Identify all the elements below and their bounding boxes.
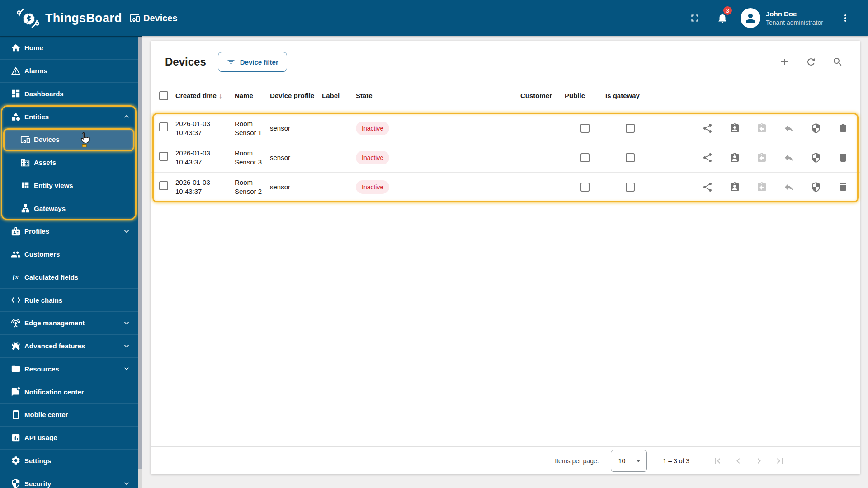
search-button[interactable] <box>829 53 847 71</box>
header-menu-button[interactable] <box>836 9 854 27</box>
unassign-customer-button[interactable] <box>756 152 767 163</box>
column-header-is-gateway[interactable]: Is gateway <box>605 92 655 99</box>
table-row[interactable]: 2026-01-03 10:43:37 Room Sensor 2 sensor… <box>151 173 860 202</box>
sidebar-item-notification-center[interactable]: Notification center <box>0 380 138 404</box>
cell-device-profile: sensor <box>270 153 322 162</box>
customers-icon <box>11 249 21 259</box>
fullscreen-button[interactable] <box>686 9 704 27</box>
sidebar-item-resources[interactable]: Resources <box>0 358 138 381</box>
row-checkbox[interactable] <box>159 122 168 131</box>
make-private-icon <box>783 152 794 163</box>
column-header-device-profile[interactable]: Device profile <box>270 92 322 99</box>
public-checkbox[interactable] <box>580 153 590 162</box>
delete-button[interactable] <box>838 182 849 192</box>
api-usage-icon <box>11 433 21 443</box>
page-size-value: 10 <box>618 457 626 465</box>
select-all-checkbox[interactable] <box>159 91 168 100</box>
row-checkbox[interactable] <box>159 181 168 190</box>
device-filter-button[interactable]: Device filter <box>218 52 287 72</box>
state-badge: Inactive <box>356 151 389 165</box>
user-avatar[interactable] <box>741 8 760 28</box>
page-size-select[interactable]: 10 <box>611 450 647 472</box>
make-private-button[interactable] <box>783 182 794 192</box>
first-page-button[interactable] <box>708 452 726 470</box>
assign-customer-button[interactable] <box>729 152 740 163</box>
sidebar-item-alarms[interactable]: Alarms <box>0 60 138 83</box>
table-row[interactable]: 2026-01-03 10:43:37 Room Sensor 3 sensor… <box>151 143 860 173</box>
add-icon <box>779 56 790 67</box>
sidebar-item-entities[interactable]: Entities <box>0 105 138 128</box>
gateway-checkbox[interactable] <box>626 153 635 162</box>
sidebar-item-edge-management[interactable]: Edge management <box>0 312 138 335</box>
sidebar-item-profiles[interactable]: Profiles <box>0 220 138 243</box>
share-button[interactable] <box>702 182 713 192</box>
delete-icon <box>838 123 849 134</box>
sidebar-item-advanced-features[interactable]: Advanced features <box>0 335 138 358</box>
column-header-name[interactable]: Name <box>235 92 270 99</box>
column-header-created-time[interactable]: Created time↓ <box>175 92 235 99</box>
sidebar-item-security[interactable]: Security <box>0 472 138 488</box>
sidebar-item-gateways[interactable]: Gateways <box>0 197 138 220</box>
column-header-public[interactable]: Public <box>565 92 605 99</box>
share-button[interactable] <box>702 152 713 163</box>
column-header-state[interactable]: State <box>356 92 520 99</box>
notifications-button[interactable]: 3 <box>713 9 731 27</box>
assign-customer-button[interactable] <box>729 123 740 134</box>
public-checkbox[interactable] <box>580 124 590 133</box>
sidebar-item-calculated-fields[interactable]: Calculated fields <box>0 266 138 289</box>
public-checkbox[interactable] <box>580 183 590 192</box>
sidebar-item-rule-chains[interactable]: Rule chains <box>0 289 138 312</box>
share-button[interactable] <box>702 123 713 134</box>
last-page-button[interactable] <box>771 452 789 470</box>
sidebar-scrollbar-thumb[interactable] <box>138 37 142 469</box>
sidebar-item-label: Gateways <box>34 205 66 212</box>
make-private-button[interactable] <box>783 152 794 163</box>
table-row[interactable]: 2026-01-03 10:43:37 Room Sensor 1 sensor… <box>151 114 860 143</box>
sidebar-item-label: Rule chains <box>24 296 62 304</box>
sidebar-item-settings[interactable]: Settings <box>0 450 138 473</box>
add-device-button[interactable] <box>775 53 793 71</box>
sidebar-item-label: Security <box>24 480 51 488</box>
refresh-button[interactable] <box>802 53 820 71</box>
column-header-customer[interactable]: Customer <box>520 92 565 99</box>
sidebar-item-label: Notification center <box>24 388 84 396</box>
sidebar-item-entity-views[interactable]: Entity views <box>0 174 138 197</box>
device-filter-label: Device filter <box>240 58 278 66</box>
delete-button[interactable] <box>838 123 849 134</box>
user-menu[interactable]: John Doe Tenant administrator <box>766 0 823 36</box>
cell-name: Room Sensor 3 <box>235 149 270 167</box>
sidebar-item-dashboards[interactable]: Dashboards <box>0 83 138 106</box>
sidebar-item-mobile-center[interactable]: Mobile center <box>0 404 138 427</box>
row-checkbox[interactable] <box>159 152 168 161</box>
credentials-button[interactable] <box>811 123 821 134</box>
gateways-icon <box>20 203 30 213</box>
paginator-nav <box>708 452 789 470</box>
search-icon <box>832 56 843 67</box>
fullscreen-icon <box>689 12 701 24</box>
sidebar-scrollbar[interactable] <box>138 37 142 488</box>
chevron-right-icon <box>754 455 764 466</box>
app-logo[interactable]: ThingsBoard <box>15 6 122 30</box>
breadcrumb-label: Devices <box>143 13 178 23</box>
cell-device-profile: sensor <box>270 183 322 192</box>
gateway-checkbox[interactable] <box>626 124 635 133</box>
sidebar-item-devices[interactable]: Devices <box>0 128 138 151</box>
card-toolbar: Devices Device filter <box>151 41 860 83</box>
sidebar-item-label: Home <box>24 44 43 52</box>
credentials-button[interactable] <box>811 182 821 192</box>
gateway-checkbox[interactable] <box>626 183 635 192</box>
make-private-button[interactable] <box>783 123 794 134</box>
delete-button[interactable] <box>838 152 849 163</box>
previous-page-button[interactable] <box>729 452 747 470</box>
credentials-button[interactable] <box>811 152 821 163</box>
sidebar-item-api-usage[interactable]: API usage <box>0 427 138 450</box>
sidebar-item-home[interactable]: Home <box>0 37 138 60</box>
column-header-label[interactable]: Label <box>322 92 356 99</box>
next-page-button[interactable] <box>750 452 768 470</box>
unassign-customer-button[interactable] <box>756 123 767 134</box>
user-role: Tenant administrator <box>766 19 823 26</box>
assign-customer-button[interactable] <box>729 182 740 192</box>
unassign-customer-button[interactable] <box>756 182 767 192</box>
sidebar-item-customers[interactable]: Customers <box>0 243 138 266</box>
sidebar-item-assets[interactable]: Assets <box>0 151 138 174</box>
